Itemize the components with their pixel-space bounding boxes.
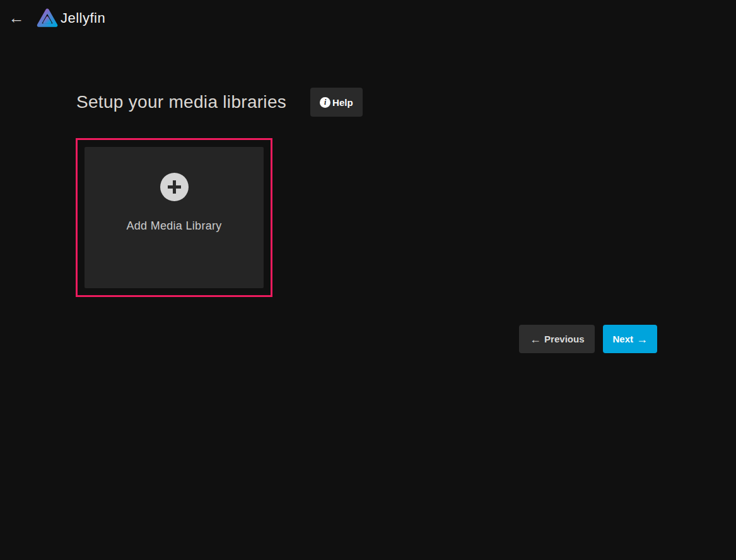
- add-card-label: Add Media Library: [126, 219, 221, 233]
- help-button-label: Help: [332, 97, 353, 108]
- library-card-focus-frame: Add Media Library: [76, 138, 272, 297]
- plus-icon: [160, 173, 189, 201]
- help-button[interactable]: i Help: [310, 88, 363, 117]
- arrow-left-icon: ←: [530, 334, 541, 345]
- title-row: Setup your media libraries i Help: [76, 88, 363, 117]
- jellyfin-logo-icon: [35, 6, 59, 30]
- wizard-nav: ← Previous Next →: [519, 325, 657, 353]
- info-icon: i: [320, 97, 330, 108]
- page-title: Setup your media libraries: [76, 92, 286, 112]
- previous-button[interactable]: ← Previous: [519, 325, 595, 353]
- header: ← Jellyfin: [0, 0, 736, 37]
- arrow-right-icon: →: [636, 334, 648, 345]
- app-name: Jellyfin: [61, 10, 105, 26]
- back-button[interactable]: ←: [7, 8, 26, 27]
- back-arrow-icon: ←: [9, 10, 25, 26]
- next-button[interactable]: Next →: [603, 325, 657, 353]
- add-media-library-card[interactable]: Add Media Library: [85, 147, 264, 288]
- previous-button-label: Previous: [544, 334, 584, 344]
- next-button-label: Next: [612, 334, 633, 344]
